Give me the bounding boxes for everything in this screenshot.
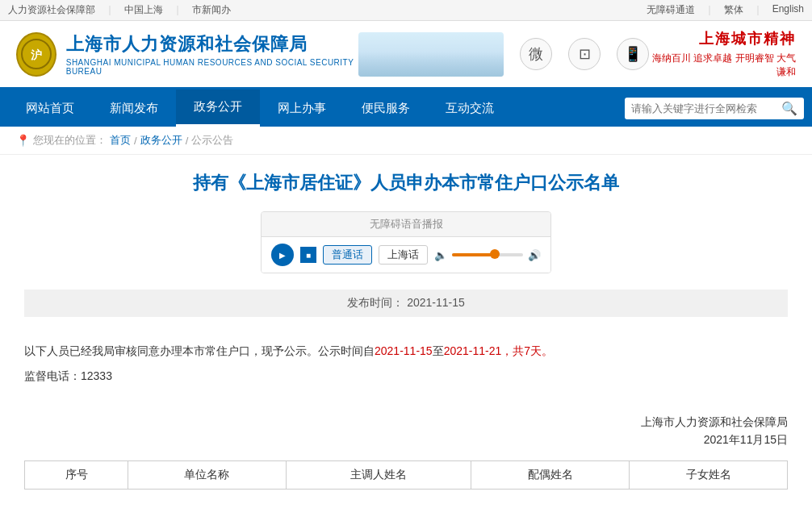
volume-track: 🔈 🔊 <box>434 249 541 261</box>
logo-text: 上海市人力资源和社会保障局 SHANGHAI MUNICIPAL HUMAN R… <box>66 32 359 76</box>
svg-text:沪: 沪 <box>31 48 42 61</box>
body-text3: ，共7天。 <box>501 344 553 357</box>
volume-fill <box>452 253 495 256</box>
top-link-shanghai[interactable]: 中国上海 <box>124 3 182 17</box>
volume-low-icon: 🔈 <box>434 249 447 261</box>
breadcrumb-sep2: / <box>186 135 189 147</box>
logo-sub-text: SHANGHAI MUNICIPAL HUMAN RESOURCES AND S… <box>66 58 359 76</box>
top-bar-left: 人力资源社会保障部 中国上海 市新闻办 <box>8 3 231 17</box>
publish-label: 发布时间： <box>347 296 404 309</box>
volume-bar[interactable] <box>452 253 523 256</box>
breadcrumb-gov[interactable]: 政务公开 <box>140 133 182 148</box>
nav-item-online[interactable]: 网上办事 <box>260 91 344 126</box>
header-social-icons: 微 ⊡ 📱 <box>358 32 649 77</box>
header: 沪 上海市人力资源和社会保障局 SHANGHAI MUNICIPAL HUMAN… <box>0 21 812 90</box>
volume-knob[interactable] <box>490 249 500 259</box>
volume-high-icon: 🔊 <box>528 249 541 261</box>
data-table: 序号 单位名称 主调人姓名 配偶姓名 子女姓名 <box>24 460 788 490</box>
date-end: 2021-11-21 <box>444 344 502 357</box>
article-paragraph-1: 以下人员已经我局审核同意办理本市常住户口，现予公示。公示时间自2021-11-1… <box>24 341 788 361</box>
play-button[interactable]: ▶ <box>271 244 294 266</box>
logo-main-text: 上海市人力资源和社会保障局 <box>66 32 359 56</box>
nav-item-interaction[interactable]: 互动交流 <box>428 91 512 126</box>
breadcrumb-current: 公示公告 <box>191 133 233 148</box>
top-bar-right: 无障碍通道 繁体 English <box>647 3 804 17</box>
publish-date: 2021-11-15 <box>407 296 465 309</box>
lang-shanghaihua-button[interactable]: 上海话 <box>379 245 428 265</box>
publish-date-bar: 发布时间： 2021-11-15 <box>24 290 788 317</box>
phone-label: 监督电话： <box>24 369 81 382</box>
phone-number: 12333 <box>81 369 112 382</box>
traditional-link[interactable]: 繁体 <box>724 3 763 17</box>
nav-item-home[interactable]: 网站首页 <box>8 91 92 126</box>
table-header-row: 序号 单位名称 主调人姓名 配偶姓名 子女姓名 <box>25 461 788 490</box>
article-body: 以下人员已经我局审核同意办理本市常住户口，现予公示。公示时间自2021-11-1… <box>24 333 788 399</box>
search-icon[interactable]: 🔍 <box>781 101 797 116</box>
date-start: 2021-11-15 <box>375 344 433 357</box>
search-input[interactable] <box>631 102 776 115</box>
top-bar: 人力资源社会保障部 中国上海 市新闻办 无障碍通道 繁体 English <box>0 0 812 21</box>
accessibility-link[interactable]: 无障碍通道 <box>647 3 714 17</box>
city-spirit-title: 上海城市精神 <box>649 29 796 48</box>
nav-item-news[interactable]: 新闻发布 <box>92 91 176 126</box>
audio-player: 无障碍语音播报 ▶ ■ 普通话 上海话 🔈 🔊 <box>261 211 551 273</box>
top-link-hrss[interactable]: 人力资源社会保障部 <box>8 3 115 17</box>
header-right: 上海城市精神 海纳百川 追求卓越 开明睿智 大气谦和 <box>649 29 796 79</box>
main-content: 持有《上海市居住证》人员申办本市常住户口公示名单 无障碍语音播报 ▶ ■ 普通话… <box>0 155 812 506</box>
logo-icon: 沪 <box>16 32 57 77</box>
page-title: 持有《上海市居住证》人员申办本市常住户口公示名单 <box>24 171 788 195</box>
org-name: 上海市人力资源和社会保障局 <box>24 415 788 430</box>
breadcrumb-label: 您现在的位置： <box>33 133 107 148</box>
table-header-children: 子女姓名 <box>630 461 788 490</box>
header-left: 沪 上海市人力资源和社会保障局 SHANGHAI MUNICIPAL HUMAN… <box>16 32 358 77</box>
city-spirit-content: 海纳百川 追求卓越 开明睿智 大气谦和 <box>649 52 796 79</box>
body-text1: 以下人员已经我局审核同意办理本市常住户口，现予公示。公示时间自 <box>24 344 375 357</box>
computer-icon[interactable]: ⊡ <box>568 38 601 70</box>
top-link-news[interactable]: 市新闻办 <box>192 3 231 17</box>
body-text2: 至 <box>433 344 444 357</box>
breadcrumb-pin-icon: 📍 <box>16 134 30 147</box>
nav-item-service[interactable]: 便民服务 <box>344 91 428 126</box>
article-paragraph-2: 监督电话：12333 <box>24 366 788 386</box>
stop-button[interactable]: ■ <box>300 247 316 263</box>
breadcrumb-home[interactable]: 首页 <box>110 133 131 148</box>
breadcrumb: 📍 您现在的位置： 首页 / 政务公开 / 公示公告 <box>0 127 812 155</box>
lang-putonghua-button[interactable]: 普通话 <box>323 245 372 265</box>
phone-icon[interactable]: 📱 <box>617 38 649 70</box>
english-link[interactable]: English <box>772 3 804 17</box>
breadcrumb-sep1: / <box>134 135 137 147</box>
nav-bar: 网站首页 新闻发布 政务公开 网上办事 便民服务 互动交流 🔍 <box>0 90 812 127</box>
table-header-org: 单位名称 <box>128 461 287 490</box>
nav-item-government[interactable]: 政务公开 <box>176 90 260 127</box>
weibo-icon[interactable]: 微 <box>520 38 552 70</box>
table-header-index: 序号 <box>25 461 128 490</box>
table-header-spouse: 配偶姓名 <box>471 461 630 490</box>
table-header-main-person: 主调人姓名 <box>286 461 471 490</box>
audio-title: 无障碍语音播报 <box>262 212 550 237</box>
nav-search-box: 🔍 <box>625 98 804 119</box>
audio-controls: ▶ ■ 普通话 上海话 🔈 🔊 <box>262 237 550 273</box>
org-date: 2021年11月15日 <box>24 433 788 448</box>
